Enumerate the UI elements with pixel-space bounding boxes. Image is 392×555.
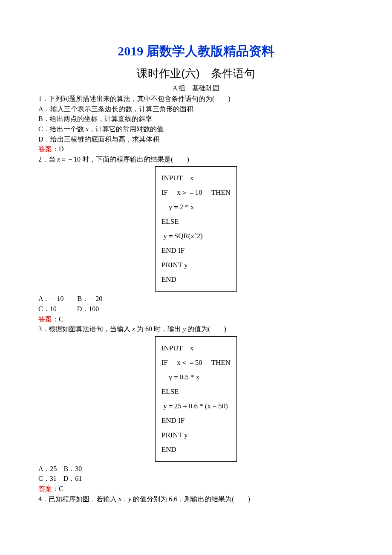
q3-code-l4: ELSE xyxy=(161,384,231,399)
q2-stem: 2．当 x＝－10 时，下面的程序输出的结果是( ) xyxy=(38,155,354,164)
q3-code-l8: END xyxy=(161,442,231,457)
q1-stem: 1．下列问题所描述出来的算法，其中不包含条件语句的为( ) xyxy=(38,94,354,104)
q3-code-l2: IF x＜＝50 THEN xyxy=(161,356,231,370)
q3-stem-mid: 为 60 时，输出 xyxy=(135,325,183,332)
q4-stem-post: 的值分别为 6,6，则输出的结果为( ) xyxy=(131,495,250,503)
q3-answer-label: 答案： xyxy=(38,485,59,492)
q3-code-l3: y＝0.5 * x xyxy=(161,370,231,384)
q2-code-l2: IF x＞＝10 THEN xyxy=(161,185,231,200)
q2-answer: 答案：C xyxy=(38,315,354,324)
main-title: 2019 届数学人教版精品资料 xyxy=(38,43,354,60)
q1-option-b: B．给出两点的坐标，计算直线的斜率 xyxy=(38,114,354,124)
q2-code-l6: END IF xyxy=(161,243,231,258)
q3-answer-value: C xyxy=(59,485,63,492)
q3-stem: 3．根据如图算法语句，当输入 x 为 60 时，输出 y 的值为( ) xyxy=(38,324,354,334)
q2-code-l3: y＝2 * x xyxy=(161,200,231,214)
q2-options-row2: C．10 D．100 xyxy=(38,304,354,314)
sub-title: 课时作业(六) 条件语句 xyxy=(38,66,354,81)
q2-answer-label: 答案： xyxy=(38,315,59,323)
q2-stem-pre: 2．当 xyxy=(38,156,57,163)
group-label: A 组 基础巩固 xyxy=(38,84,354,93)
q2-stem-post: ＝－10 时，下面的程序输出的结果是( ) xyxy=(60,156,189,163)
q2-answer-value: C xyxy=(59,315,63,323)
q1-answer: 答案：D xyxy=(38,145,354,154)
q3-code-l5: y＝25＋0.6 * (x－50) xyxy=(161,399,231,413)
q2-code-l8: END xyxy=(161,272,231,287)
q4-stem: 4．已知程序如图，若输入 x，y 的值分别为 6,6，则输出的结果为( ) xyxy=(38,494,354,504)
q3-code-l1: INPUT x xyxy=(161,341,231,356)
q1-c-var: x xyxy=(86,125,89,133)
q2-options-row1: A．－10 B．－20 xyxy=(38,294,354,304)
q1-option-c: C．给出一个数 x，计算它的常用对数的值 xyxy=(38,124,354,134)
q3-code-box: INPUT x IF x＜＝50 THEN y＝0.5 * x ELSE y＝2… xyxy=(155,336,237,462)
q3-answer: 答案：C xyxy=(38,484,354,494)
q4-stem-mid1: ， xyxy=(121,495,128,503)
q3-code-l6: END IF xyxy=(161,413,231,428)
q2-code-l1: INPUT x xyxy=(161,171,231,185)
q1-option-d: D．给出三棱锥的底面积与高，求其体积 xyxy=(38,135,354,144)
q3-options-row2: C．31 D．61 xyxy=(38,474,354,483)
q1-c-post: ，计算它的常用对数的值 xyxy=(89,125,164,133)
q3-stem-pre: 3．根据如图算法语句，当输入 xyxy=(38,325,132,332)
q2-code-box: INPUT x IF x＞＝10 THEN y＝2 * x ELSE y＝SQR… xyxy=(155,166,237,292)
q4-stem-pre: 4．已知程序如图，若输入 xyxy=(38,495,118,503)
q1-c-pre: C．给出一个数 xyxy=(38,125,86,133)
q2-code-l5: y＝SQR(xˆ2) xyxy=(161,229,231,243)
q1-answer-label: 答案： xyxy=(38,145,59,153)
q3-stem-post: 的值为( ) xyxy=(186,325,226,332)
q2-code-l4: ELSE xyxy=(161,214,231,229)
q3-options-row1: A．25 B．30 xyxy=(38,464,354,474)
q3-code-l7: PRINT y xyxy=(161,428,231,442)
q1-answer-value: D xyxy=(59,145,64,153)
q2-code-l7: PRINT y xyxy=(161,258,231,272)
q1-option-a: A．输入三个表示三条边长的数，计算三角形的面积 xyxy=(38,104,354,114)
